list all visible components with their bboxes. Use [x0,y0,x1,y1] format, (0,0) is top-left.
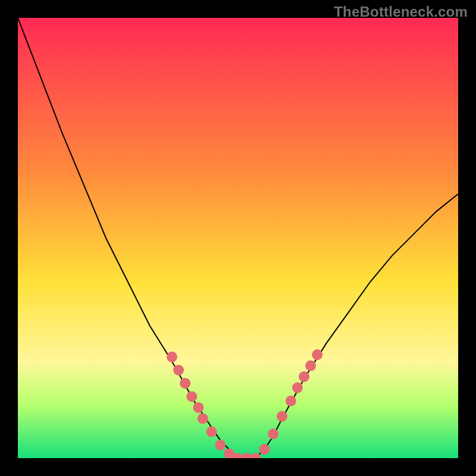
curve-marker [268,428,278,439]
watermark-text: TheBottleneck.com [334,4,468,20]
curve-marker [277,411,287,422]
curve-marker [167,352,177,362]
curve-marker [180,378,190,389]
chart-frame: TheBottleneck.com [0,0,476,476]
curve-marker [312,349,322,360]
curve-marker [215,440,226,450]
curve-marker [292,383,303,393]
bottleneck-chart [18,18,458,458]
curve-marker [206,427,217,437]
curve-marker [299,371,309,382]
curve-marker [198,413,208,424]
curve-marker [193,402,203,413]
plot-area [18,18,458,458]
curve-marker [186,391,197,402]
curve-marker [259,444,270,455]
chart-background [18,18,458,458]
curve-marker [305,361,316,371]
curve-marker [173,365,184,375]
curve-marker [286,396,296,406]
